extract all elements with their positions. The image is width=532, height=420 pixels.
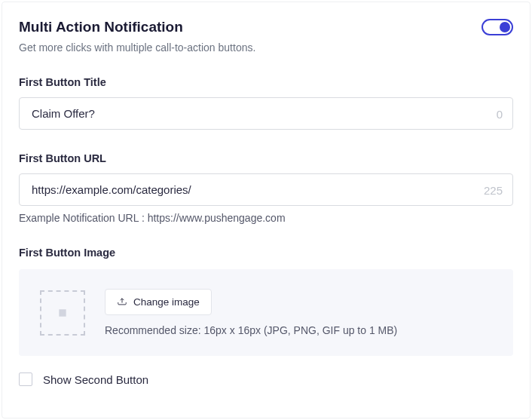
panel-subtitle: Get more clicks with multiple call-to-ac… bbox=[19, 41, 513, 54]
image-controls: Change image Recommended size: 16px x 16… bbox=[105, 289, 397, 336]
first-button-title-counter: 0 bbox=[497, 107, 503, 120]
first-button-url-wrap: 225 bbox=[19, 173, 513, 206]
first-button-image-label: First Button Image bbox=[19, 247, 513, 259]
first-button-url-label: First Button URL bbox=[19, 152, 513, 164]
image-recommendation: Recommended size: 16px x 16px (JPG, PNG,… bbox=[105, 324, 397, 336]
show-second-button-checkbox[interactable] bbox=[19, 372, 32, 386]
first-button-image-group: First Button Image Change image Recommen… bbox=[19, 247, 513, 356]
enable-toggle[interactable] bbox=[482, 19, 513, 35]
panel-title: Multi Action Notification bbox=[19, 19, 183, 35]
first-button-title-group: First Button Title 0 bbox=[19, 76, 513, 130]
first-button-url-helper: Example Notification URL : https://www.p… bbox=[19, 212, 513, 224]
show-second-button-label: Show Second Button bbox=[43, 373, 148, 386]
first-button-url-group: First Button URL 225 Example Notificatio… bbox=[19, 152, 513, 224]
image-icon bbox=[57, 308, 68, 318]
first-button-title-label: First Button Title bbox=[19, 76, 513, 88]
change-image-label: Change image bbox=[133, 296, 200, 308]
panel-header: Multi Action Notification bbox=[19, 19, 513, 35]
toggle-knob-icon bbox=[500, 22, 510, 32]
first-button-title-wrap: 0 bbox=[19, 97, 513, 130]
show-second-button-row: Show Second Button bbox=[19, 372, 513, 386]
image-placeholder[interactable] bbox=[40, 290, 85, 336]
first-button-url-input[interactable] bbox=[19, 173, 513, 206]
change-image-button[interactable]: Change image bbox=[105, 289, 212, 315]
first-button-title-input[interactable] bbox=[19, 97, 513, 130]
upload-icon bbox=[117, 297, 127, 308]
multi-action-notification-panel: Multi Action Notification Get more click… bbox=[2, 2, 530, 418]
image-upload-box: Change image Recommended size: 16px x 16… bbox=[19, 269, 513, 356]
first-button-url-counter: 225 bbox=[484, 183, 503, 196]
